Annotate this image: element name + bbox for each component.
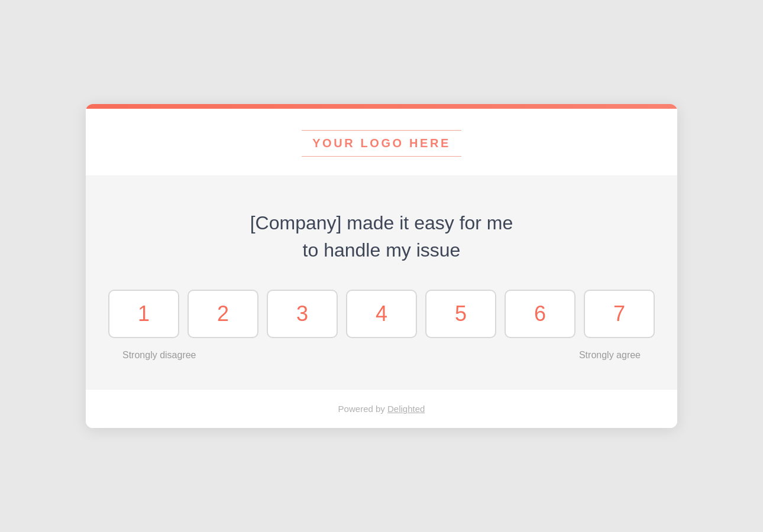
delighted-link[interactable]: Delighted (387, 404, 425, 414)
logo-bottom-line (302, 156, 461, 157)
rating-labels: Strongly disagree Strongly agree (121, 350, 642, 361)
survey-body: [Company] made it easy for me to handle … (86, 176, 677, 390)
rating-button-6[interactable]: 6 (505, 290, 576, 338)
label-strongly-agree: Strongly agree (579, 350, 641, 361)
rating-button-2[interactable]: 2 (187, 290, 258, 338)
rating-button-7[interactable]: 7 (584, 290, 655, 338)
rating-button-4[interactable]: 4 (346, 290, 417, 338)
survey-question: [Company] made it easy for me to handle … (250, 209, 513, 264)
top-accent-bar (86, 104, 677, 109)
rating-button-3[interactable]: 3 (267, 290, 338, 338)
rating-row: 1 2 3 4 5 6 7 (108, 290, 655, 338)
rating-button-5[interactable]: 5 (425, 290, 496, 338)
logo-section: YOUR LOGO HERE (86, 109, 677, 176)
rating-button-1[interactable]: 1 (108, 290, 179, 338)
powered-by-text: Powered by Delighted (338, 404, 425, 414)
logo-text: YOUR LOGO HERE (312, 134, 451, 153)
card-footer: Powered by Delighted (86, 389, 677, 428)
logo-top-line (302, 130, 461, 131)
survey-card: YOUR LOGO HERE [Company] made it easy fo… (86, 104, 677, 429)
logo-placeholder: YOUR LOGO HERE (302, 130, 461, 157)
label-strongly-disagree: Strongly disagree (122, 350, 196, 361)
